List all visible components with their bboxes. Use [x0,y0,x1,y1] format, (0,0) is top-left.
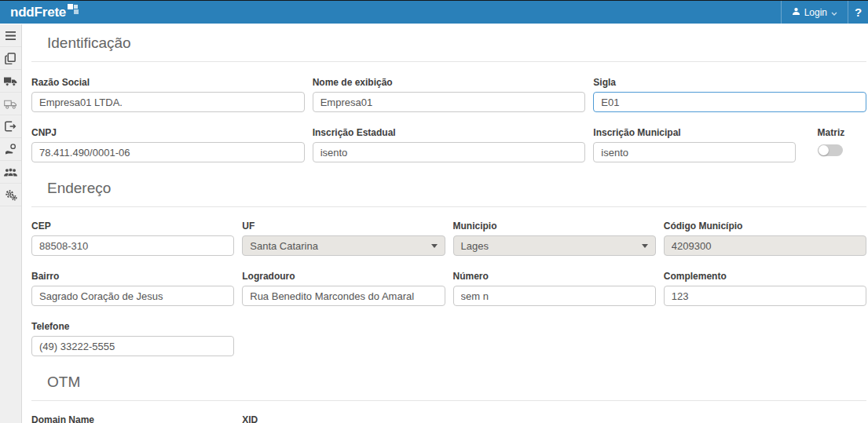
field-telefone: Telefone [31,321,234,356]
field-cep: CEP [31,221,234,256]
sigla-input[interactable] [593,92,866,112]
numero-label: Número [453,271,656,282]
section-title-identificacao: Identificação [31,24,866,62]
logradouro-input[interactable] [242,286,445,306]
cnpj-input[interactable] [31,142,305,162]
domain-name-label: Domain Name [31,414,234,423]
field-sigla: Sigla [593,77,866,112]
razao-social-input[interactable] [31,92,305,112]
logradouro-label: Logradouro [242,271,445,282]
field-razao-social: Razão Social [31,77,305,112]
complemento-label: Complemento [664,271,866,282]
brand-text: nddFrete [10,5,66,20]
brand-logo: nddFrete [10,1,79,24]
field-matriz: Matriz [818,127,845,156]
matriz-label: Matriz [818,127,845,138]
inscricao-estadual-label: Inscrição Estadual [313,127,586,138]
field-logradouro: Logradouro [242,271,445,306]
field-cnpj: CNPJ [31,127,305,162]
field-complemento: Complemento [664,271,866,306]
bairro-input[interactable] [31,286,234,306]
bairro-label: Bairro [31,271,234,282]
uf-select-value: Santa Catarina [250,240,318,252]
inscricao-estadual-input[interactable] [313,142,586,162]
xid-label: XID [242,414,445,423]
login-label: Login [804,7,827,18]
sigla-label: Sigla [593,77,866,88]
chevron-down-icon [431,244,438,248]
sidebar-item-truck-alt[interactable] [0,93,21,115]
municipio-select-value: Lages [461,240,489,252]
help-button[interactable]: ? [848,1,868,24]
settings-gears-icon [5,189,17,201]
logout-icon [5,121,16,132]
cnpj-label: CNPJ [31,127,305,138]
municipio-select[interactable]: Lages [453,235,656,256]
toggle-knob [819,145,829,155]
users-icon [4,167,17,177]
field-bairro: Bairro [31,271,234,306]
section-title-endereco: Endereço [31,162,866,207]
field-xid: XID [242,414,445,423]
main-content: Identificação Razão Social Nome de exibi… [22,24,868,423]
nome-exibicao-input[interactable] [313,92,586,112]
nome-exibicao-label: Nome de exibição [313,77,586,88]
sidebar-item-services[interactable] [0,138,21,161]
app-header: nddFrete Login ? [0,0,868,24]
numero-input[interactable] [453,286,656,306]
sidebar-item-users[interactable] [0,161,21,184]
chevron-down-icon [642,244,648,248]
field-numero: Número [453,271,656,306]
login-menu[interactable]: Login [781,1,848,24]
municipio-label: Municipio [453,221,656,232]
uf-label: UF [242,221,445,232]
uf-select[interactable]: Santa Catarina [242,235,445,256]
razao-social-label: Razão Social [31,77,305,88]
field-inscricao-municipal: Inscrição Municipal [593,127,795,162]
complemento-input[interactable] [664,286,866,306]
truck-icon [4,76,17,86]
field-uf: UF Santa Catarina [242,221,445,256]
cep-label: CEP [31,221,234,232]
brand-squares-icon [68,4,79,15]
matriz-toggle[interactable] [818,144,843,156]
user-icon [792,7,800,18]
hand-service-icon [5,144,17,155]
truck-outline-icon [4,99,17,109]
field-codigo-municipio: Código Município [664,221,866,256]
field-domain-name: Domain Name [31,414,234,423]
sidebar-item-exit[interactable] [0,115,21,138]
telefone-label: Telefone [31,321,234,332]
telefone-input[interactable] [31,336,234,356]
inscricao-municipal-label: Inscrição Municipal [593,127,795,138]
field-nome-exibicao: Nome de exibição [313,77,586,112]
sidebar-item-documents[interactable] [0,47,21,70]
sidebar-item-menu[interactable] [0,24,21,47]
chevron-down-icon [831,7,837,18]
field-inscricao-estadual: Inscrição Estadual [313,127,586,162]
copy-icon [5,53,16,64]
codigo-municipio-label: Código Município [664,221,866,232]
inscricao-municipal-input[interactable] [593,142,795,162]
codigo-municipio-input [664,235,866,256]
sidebar [0,24,22,423]
field-municipio: Municipio Lages [453,221,656,256]
section-title-otm: OTM [31,356,866,401]
sidebar-item-settings[interactable] [0,184,21,206]
menu-icon [5,31,16,41]
sidebar-item-truck[interactable] [0,70,21,93]
cep-input[interactable] [31,235,234,256]
